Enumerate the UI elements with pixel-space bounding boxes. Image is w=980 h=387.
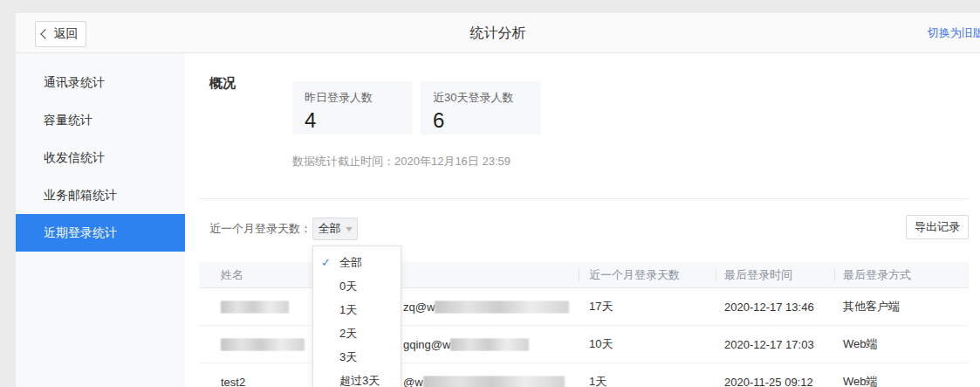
switch-to-old-version-link[interactable]: 切换为旧版 [928,13,980,52]
dropdown-option-label: 0天 [339,280,357,293]
dropdown-option-label: 全部 [339,256,362,269]
login-days-cell: 1天 [579,374,716,387]
dropdown-option-label: 3天 [339,350,357,363]
dropdown-option-2-days[interactable]: 2天 [313,321,401,345]
redacted-email [450,338,529,351]
last-login-method-cell: Web端 [834,374,969,387]
email-cell: zq@w [403,301,579,314]
sidebar-item-recent-login-stats[interactable]: 近期登录统计 [16,214,185,252]
stat-card-yesterday-logins: 昨日登录人数 4 [292,81,413,135]
email-cell: @w [403,376,579,387]
redacted-email [435,301,569,314]
column-header-last-login-method: 最后登录方式 [834,267,969,283]
back-button[interactable]: 返回 [35,21,86,47]
stat-card-value: 6 [433,108,541,133]
dropdown-option-all[interactable]: ✓ 全部 [313,251,401,274]
column-separator [579,269,579,280]
column-header-last-login-time: 最后登录时间 [716,267,834,283]
last-login-time-cell: 2020-12-17 17:03 [716,338,834,351]
stat-card-label: 近30天登录人数 [433,90,541,106]
email-text: @w [403,376,423,387]
chevron-down-icon [346,227,353,232]
dropdown-option-3-days[interactable]: 3天 [313,345,401,369]
redacted-email [423,376,565,387]
stat-card-label: 昨日登录人数 [305,90,413,106]
column-separator [834,269,835,280]
redacted-name [221,338,305,351]
login-days-dropdown-menu: ✓ 全部 0天 1天 2天 3天 超过3天 [312,245,401,387]
login-days-cell: 10天 [579,336,716,352]
overview-section-title: 概况 [209,75,236,92]
outer-frame-top [0,0,980,13]
redacted-name [221,301,289,314]
login-days-filter-label: 近一个月登录天数： [209,218,312,240]
sidebar-item-business-mailbox-stats[interactable]: 业务邮箱统计 [16,176,185,214]
dropdown-option-label: 1天 [339,303,357,316]
sidebar-item-mail-send-receive-stats[interactable]: 收发信统计 [16,139,185,176]
sidebar-item-contacts-stats[interactable]: 通讯录统计 [16,64,185,101]
export-records-button[interactable]: 导出记录 [906,215,969,239]
chevron-left-icon [40,29,50,38]
stat-card-value: 4 [305,108,413,133]
dropdown-option-over-3-days[interactable]: 超过3天 [313,369,401,387]
dropdown-option-1-day[interactable]: 1天 [313,298,401,321]
stat-card-30day-logins: 近30天登录人数 6 [421,81,541,135]
email-text: gqing@w [403,338,450,351]
column-header-login-days: 近一个月登录天数 [579,267,716,283]
dropdown-selected-value: 全部 [319,221,341,237]
check-icon: ✓ [321,251,331,274]
page-title: 统计分析 [16,13,980,52]
email-cell: gqing@w [403,338,579,351]
login-days-filter-dropdown[interactable]: 全部 [312,218,358,240]
last-login-method-cell: Web端 [834,336,969,352]
data-cutoff-time-text: 数据统计截止时间：2020年12月16日 23:59 [292,154,511,169]
dropdown-option-label: 超过3天 [339,374,380,387]
back-button-label: 返回 [54,26,79,42]
email-text: zq@w [403,301,435,314]
dropdown-option-0-days[interactable]: 0天 [313,274,401,298]
outer-frame-left [0,13,16,387]
last-login-method-cell: 其他客户端 [834,299,969,314]
last-login-time-cell: 2020-12-17 13:46 [716,301,834,314]
sidebar-item-capacity-stats[interactable]: 容量统计 [16,101,185,139]
last-login-time-cell: 2020-11-25 09:12 [716,376,834,387]
login-days-cell: 17天 [579,299,716,314]
sidebar: 通讯录统计 容量统计 收发信统计 业务邮箱统计 近期登录统计 [16,53,185,387]
header-bar: 统计分析 返回 切换为旧版 [16,13,980,53]
column-separator [716,269,716,280]
section-divider [199,198,969,199]
dropdown-option-label: 2天 [339,327,357,340]
